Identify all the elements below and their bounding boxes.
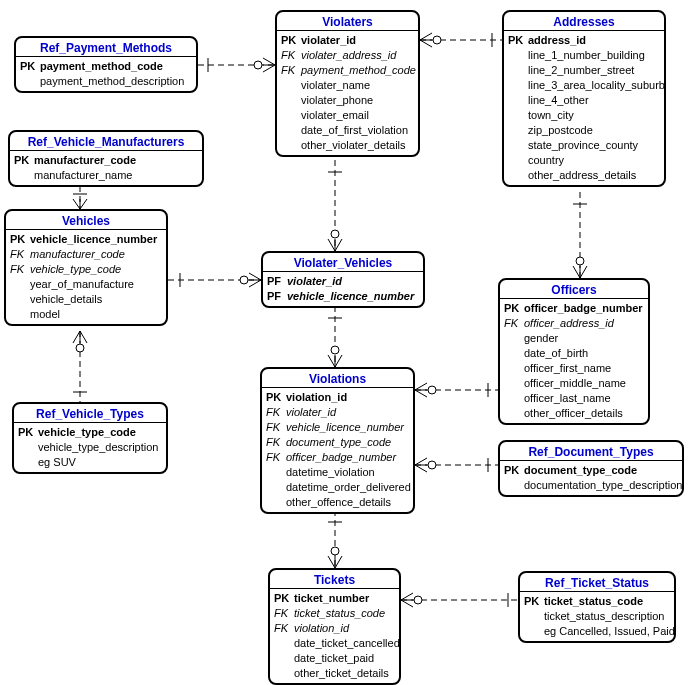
attribute-name: eg SUV: [38, 455, 162, 470]
attribute-name: manufacturer_name: [34, 168, 198, 183]
key-indicator: PK: [524, 594, 544, 609]
attribute-row: FKvehicle_licence_number: [262, 420, 413, 435]
attribute-name: eg Cancelled, Issued, Paid: [544, 624, 675, 639]
attribute-row: zip_postcode: [504, 123, 664, 138]
attribute-name: zip_postcode: [528, 123, 660, 138]
entity-title: Vehicles: [6, 211, 166, 230]
attribute-row: PKticket_number: [270, 591, 399, 606]
key-indicator: [281, 78, 301, 93]
key-indicator: [266, 465, 286, 480]
entity-attributes: PKticket_numberFKticket_status_codeFKvio…: [270, 589, 399, 683]
attribute-row: FKmanufacturer_code: [6, 247, 166, 262]
attribute-row: vehicle_details: [6, 292, 166, 307]
entity-ref-payment-methods: Ref_Payment_Methods PKpayment_method_cod…: [14, 36, 198, 93]
key-indicator: FK: [266, 420, 286, 435]
entity-attributes: PKpayment_method_codepayment_method_desc…: [16, 57, 196, 91]
key-indicator: FK: [10, 262, 30, 277]
key-indicator: [504, 331, 524, 346]
svg-point-22: [428, 386, 436, 394]
key-indicator: PF: [267, 289, 287, 304]
svg-point-31: [414, 596, 422, 604]
entity-attributes: PKvehicle_type_codevehicle_type_descript…: [14, 423, 166, 472]
attribute-row: date_ticket_paid: [270, 651, 399, 666]
attribute-row: other_officer_details: [500, 406, 648, 421]
attribute-row: PKpayment_method_code: [16, 59, 196, 74]
entity-title: Violations: [262, 369, 413, 388]
svg-point-13: [331, 230, 339, 238]
svg-point-34: [576, 257, 584, 265]
attribute-row: line_4_other: [504, 93, 664, 108]
attribute-row: eg Cancelled, Issued, Paid: [520, 624, 674, 639]
key-indicator: FK: [281, 63, 301, 78]
entity-attributes: PKofficer_badge_numberFKofficer_address_…: [500, 299, 648, 423]
attribute-row: town_city: [504, 108, 664, 123]
key-indicator: [504, 478, 524, 493]
attribute-name: vehicle_licence_number: [286, 420, 409, 435]
attribute-name: datetime_order_delivered: [286, 480, 411, 495]
svg-point-2: [254, 61, 262, 69]
attribute-row: PKvehicle_type_code: [14, 425, 166, 440]
attribute-name: officer_middle_name: [524, 376, 644, 391]
attribute-row: documentation_type_description: [500, 478, 682, 493]
key-indicator: FK: [266, 405, 286, 420]
attribute-row: FKvehicle_type_code: [6, 262, 166, 277]
key-indicator: [508, 63, 528, 78]
attribute-row: datetime_violation: [262, 465, 413, 480]
attribute-row: payment_method_description: [16, 74, 196, 89]
svg-point-5: [433, 36, 441, 44]
attribute-name: payment_method_code: [40, 59, 192, 74]
entity-attributes: PKviolater_idFKviolater_address_idFKpaym…: [277, 31, 418, 155]
key-indicator: [274, 651, 294, 666]
attribute-name: violation_id: [294, 621, 395, 636]
attribute-name: officer_address_id: [524, 316, 644, 331]
entity-attributes: PKticket_status_codeticket_status_descri…: [520, 592, 674, 641]
key-indicator: PK: [10, 232, 30, 247]
entity-title: Ref_Ticket_Status: [520, 573, 674, 592]
svg-point-16: [240, 276, 248, 284]
attribute-row: date_of_first_violation: [277, 123, 418, 138]
key-indicator: FK: [274, 621, 294, 636]
attribute-row: violater_name: [277, 78, 418, 93]
key-indicator: [524, 609, 544, 624]
svg-point-10: [76, 344, 84, 352]
attribute-row: line_1_number_building: [504, 48, 664, 63]
key-indicator: [266, 495, 286, 510]
key-indicator: [274, 666, 294, 681]
entity-title: Ref_Vehicle_Manufacturers: [10, 132, 202, 151]
entity-attributes: PKmanufacturer_codemanufacturer_name: [10, 151, 202, 185]
key-indicator: PK: [504, 301, 524, 316]
attribute-name: datetime_violation: [286, 465, 409, 480]
key-indicator: FK: [10, 247, 30, 262]
attribute-name: manufacturer_code: [34, 153, 198, 168]
key-indicator: PK: [266, 390, 286, 405]
key-indicator: [504, 361, 524, 376]
attribute-name: other_offence_details: [286, 495, 409, 510]
entity-ref-document-types: Ref_Document_Types PKdocument_type_coded…: [498, 440, 684, 497]
key-indicator: [281, 138, 301, 153]
attribute-name: vehicle_type_description: [38, 440, 162, 455]
attribute-name: documentation_type_description: [524, 478, 682, 493]
key-indicator: [10, 277, 30, 292]
key-indicator: PK: [18, 425, 38, 440]
entity-attributes: PFviolater_idPFvehicle_licence_number: [263, 272, 423, 306]
entity-officers: Officers PKofficer_badge_numberFKofficer…: [498, 278, 650, 425]
entity-attributes: PKdocument_type_codedocumentation_type_d…: [500, 461, 682, 495]
attribute-row: model: [6, 307, 166, 322]
key-indicator: [266, 480, 286, 495]
key-indicator: FK: [274, 606, 294, 621]
attribute-name: date_ticket_paid: [294, 651, 395, 666]
attribute-name: other_officer_details: [524, 406, 644, 421]
key-indicator: [20, 74, 40, 89]
key-indicator: [504, 406, 524, 421]
attribute-row: PKdocument_type_code: [500, 463, 682, 478]
svg-point-28: [331, 547, 339, 555]
attribute-name: date_of_birth: [524, 346, 644, 361]
entity-title: Ref_Document_Types: [500, 442, 682, 461]
attribute-name: violater_address_id: [301, 48, 414, 63]
attribute-row: officer_last_name: [500, 391, 648, 406]
attribute-name: ticket_number: [294, 591, 395, 606]
attribute-name: line_1_number_building: [528, 48, 660, 63]
attribute-name: violater_name: [301, 78, 414, 93]
key-indicator: PK: [508, 33, 528, 48]
attribute-row: FKofficer_badge_number: [262, 450, 413, 465]
